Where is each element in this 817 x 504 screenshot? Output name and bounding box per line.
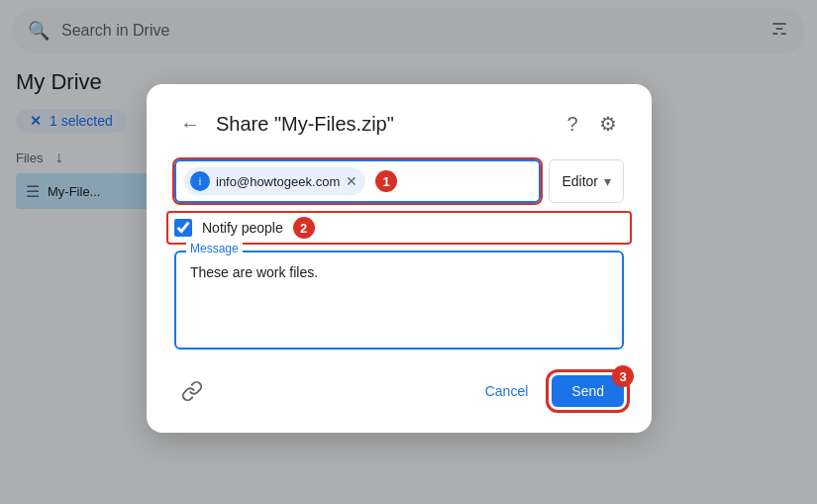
message-textarea[interactable] — [174, 251, 624, 350]
notify-checkbox[interactable] — [174, 219, 192, 237]
email-chip-text: info@howtogeek.com — [216, 174, 340, 189]
role-label: Editor — [562, 173, 598, 189]
help-button[interactable]: ? — [557, 108, 588, 140]
recipient-row: i info@howtogeek.com ✕ 1 Editor ▾ — [174, 159, 624, 203]
email-chip-avatar: i — [190, 171, 210, 191]
copy-link-button[interactable] — [174, 373, 210, 409]
message-label: Message — [186, 242, 243, 255]
notify-badge-2: 2 — [293, 217, 315, 239]
back-button[interactable]: ← — [174, 108, 206, 140]
email-chip: i info@howtogeek.com ✕ — [184, 167, 365, 195]
role-dropdown[interactable]: Editor ▾ — [549, 159, 624, 203]
send-badge-3: 3 — [612, 365, 634, 387]
notify-label[interactable]: Notify people — [202, 220, 283, 236]
settings-button[interactable]: ⚙ — [592, 108, 624, 140]
share-dialog: ← Share "My-Files.zip" ? ⚙ i info@howtog… — [147, 84, 652, 433]
email-field[interactable]: i info@howtogeek.com ✕ 1 — [174, 159, 541, 203]
notify-row: Notify people 2 — [174, 217, 624, 239]
recipient-badge-1: 1 — [375, 170, 397, 192]
dialog-title: Share "My-Files.zip" — [216, 113, 553, 136]
chevron-down-icon: ▾ — [604, 173, 611, 189]
footer-right: Cancel Send 3 — [469, 375, 624, 407]
remove-chip-button[interactable]: ✕ — [346, 174, 357, 188]
cancel-button[interactable]: Cancel — [469, 375, 545, 407]
dialog-footer: Cancel Send 3 — [174, 373, 624, 409]
message-field-wrap: Message — [174, 251, 624, 353]
dialog-header: ← Share "My-Files.zip" ? ⚙ — [174, 108, 624, 140]
